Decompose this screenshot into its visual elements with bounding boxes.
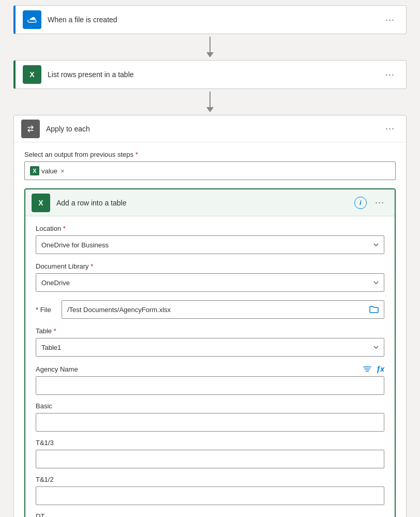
- pill-close-button[interactable]: ×: [59, 167, 66, 175]
- pill-excel-icon: X: [30, 166, 39, 175]
- select-output-label: Select an output from previous steps *: [24, 151, 396, 158]
- step1-more-button[interactable]: ···: [381, 12, 399, 27]
- doc-library-dropdown[interactable]: OneDrive: [36, 273, 384, 292]
- basic-input[interactable]: [36, 413, 384, 432]
- value-input-container[interactable]: X value ×: [24, 161, 396, 180]
- excel-icon: X: [29, 70, 34, 79]
- agency-name-input[interactable]: [36, 376, 384, 395]
- agency-name-icons: ƒx: [363, 365, 384, 373]
- t13-label: T&1/3: [36, 439, 384, 447]
- location-dropdown[interactable]: OneDrive for Business: [36, 235, 384, 254]
- action-more-button[interactable]: ···: [371, 195, 388, 210]
- t12-input[interactable]: [36, 486, 384, 505]
- folder-icon: [369, 305, 379, 314]
- table-dropdown[interactable]: Table1: [36, 338, 384, 357]
- agency-name-label-row: Agency Name ƒx: [36, 365, 384, 373]
- apply-each-header: Apply to each ···: [14, 115, 406, 142]
- folder-picker-button[interactable]: [369, 305, 379, 314]
- arrow-1: [206, 34, 214, 60]
- arrow-line-2: [209, 92, 211, 107]
- step3-label: Apply to each: [46, 125, 381, 133]
- apply-each-container: Apply to each ··· Select an output from …: [13, 115, 407, 517]
- add-row-action-card: X Add a row into a table i ··· Location …: [24, 188, 396, 517]
- cloud-icon: [26, 16, 38, 24]
- step3-more-button[interactable]: ···: [381, 121, 399, 136]
- dt-label: DT: [36, 512, 384, 517]
- step2-card: X List rows present in a table ···: [13, 60, 407, 89]
- action-info-button[interactable]: i: [354, 197, 367, 209]
- action-excel-icon: X: [32, 194, 50, 212]
- step2-icon: X: [23, 65, 41, 84]
- t13-input[interactable]: [36, 450, 384, 468]
- action-card-body: Location * OneDrive for Business Documen…: [25, 216, 395, 517]
- value-pill: X value ×: [30, 166, 66, 175]
- step2-more-button[interactable]: ···: [381, 67, 399, 82]
- pill-text: value: [41, 167, 57, 175]
- agency-name-label: Agency Name: [36, 365, 78, 373]
- loop-icon: [25, 123, 36, 135]
- file-input-row: * File /Test Documents/AgencyForm.xlsx: [36, 300, 384, 319]
- table-label: Table *: [36, 327, 384, 335]
- file-label: * File: [36, 306, 56, 314]
- file-input-container[interactable]: /Test Documents/AgencyForm.xlsx: [62, 300, 384, 319]
- doc-library-label: Document Library *: [36, 262, 384, 270]
- action-card-header: X Add a row into a table i ···: [25, 189, 395, 216]
- t12-label: T&1/2: [36, 476, 384, 483]
- step2-label: List rows present in a table: [48, 70, 381, 79]
- file-path: /Test Documents/AgencyForm.xlsx: [67, 306, 171, 314]
- agency-name-sort-button[interactable]: [363, 365, 372, 373]
- arrow-head-2: [206, 107, 214, 112]
- action-title: Add a row into a table: [56, 199, 354, 207]
- arrow-line-1: [209, 37, 211, 52]
- arrow-head-1: [206, 52, 214, 57]
- function-icon: ƒx: [376, 365, 384, 373]
- location-label: Location *: [36, 225, 384, 232]
- sort-icon: [363, 365, 372, 373]
- step1-icon: [23, 10, 41, 29]
- agency-name-function-button[interactable]: ƒx: [376, 365, 384, 373]
- step1-label: When a file is created: [48, 16, 381, 24]
- apply-each-body: Select an output from previous steps * X…: [14, 142, 406, 517]
- basic-label: Basic: [36, 402, 384, 410]
- arrow-2: [206, 89, 214, 115]
- step1-card: When a file is created ···: [13, 5, 407, 34]
- step3-icon: [21, 120, 40, 138]
